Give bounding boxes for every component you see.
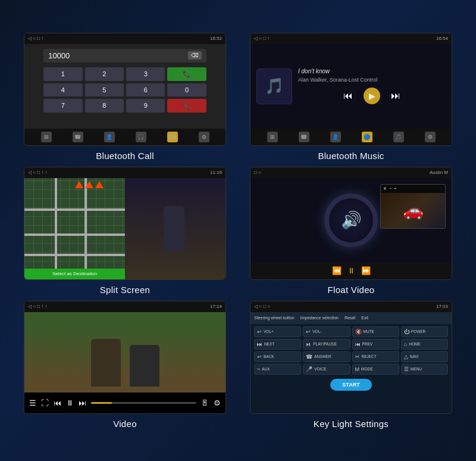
settings-icon-music[interactable]: ⚙ [425, 132, 436, 142]
prev-button-kl[interactable]: ⏮ PREV [352, 339, 399, 350]
main-grid: ◁ ○ □ ↑ 16:52 10000 ⌫ 1 2 3 📞 4 5 [0, 24, 476, 438]
artist-name: Alan Walker, Sorana-Lost Control [298, 77, 446, 83]
warning-triangle-2 [85, 181, 93, 188]
settings-icon[interactable]: ⚙ [199, 132, 209, 142]
status-right-split: 11:16 [210, 170, 222, 175]
key-0[interactable]: 0 [167, 83, 206, 96]
menu-icon: ☰ [404, 366, 409, 372]
mode-button-kl[interactable]: M MODE [352, 364, 399, 375]
exit-label[interactable]: Exit [361, 316, 368, 320]
next-button-kl[interactable]: ⏭ NEXT [254, 339, 301, 350]
key-4[interactable]: 4 [43, 83, 82, 96]
seek-back-icon[interactable]: ⏪ [332, 266, 342, 275]
aux-button-kl[interactable]: ~ AUX [254, 364, 301, 375]
play-pause-button[interactable]: ▶ [364, 88, 380, 104]
back-button-kl[interactable]: ↩ BACK [254, 351, 301, 362]
key-6[interactable]: 6 [126, 83, 165, 96]
apps-icon[interactable]: ⊞ [41, 132, 52, 142]
playpause-button-kl[interactable]: ⏯ PLAY/PAUSE [303, 339, 350, 350]
prev-button[interactable]: ⏮ [343, 91, 353, 101]
phone-icon[interactable]: ☎ [73, 132, 83, 142]
key-3[interactable]: 3 [126, 67, 165, 81]
status-left-kl: ◁ ○ □ ○ [254, 304, 270, 309]
seek-fwd-icon[interactable]: ⏩ [361, 266, 371, 275]
answer-button-kl[interactable]: ☎ ANSWER [303, 351, 350, 362]
video-progress-bar[interactable] [91, 402, 196, 404]
caption-float-video: Float Video [328, 285, 375, 295]
dialer: 10000 ⌫ 1 2 3 📞 4 5 6 0 7 8 9 [24, 44, 226, 129]
aspect-icon[interactable]: ⛶ [41, 398, 49, 407]
answer-icon: ☎ [306, 354, 312, 360]
video-half [125, 178, 226, 279]
pause-icon[interactable]: ⏸ [347, 266, 355, 275]
dialpad-icon[interactable]: ⌨ [167, 132, 178, 142]
screen-key-light: ◁ ○ □ ○ 17:03 Steering wheel button Impe… [250, 301, 452, 414]
impedance-label: Impedance selection [300, 316, 339, 320]
song-title: I don't know [298, 68, 446, 74]
min-icon-float[interactable]: − [389, 186, 392, 191]
apps-icon-music[interactable]: ⊞ [267, 132, 278, 142]
video-settings-icon[interactable]: ⚙ [214, 398, 221, 407]
power-button[interactable]: ⏻ POWER [401, 326, 448, 337]
bottom-bar-bt-call: ⊞ ☎ 👤 🎧 ⌨ ⚙ [24, 129, 226, 145]
media-icon-music[interactable]: 🎵 [393, 132, 404, 142]
status-right-bt-call: 16:52 [210, 36, 222, 41]
headset-icon[interactable]: 🎧 [136, 132, 146, 142]
video-play-icon[interactable]: ⏸ [66, 398, 74, 407]
warning-icons [75, 181, 104, 188]
key-9[interactable]: 9 [126, 99, 165, 113]
kl-row-3: ↩ BACK ☎ ANSWER ✂ REJECT △ [254, 351, 448, 362]
key-2[interactable]: 2 [85, 67, 124, 81]
steering-label: Steering wheel button [254, 316, 295, 320]
keypad: 1 2 3 📞 4 5 6 0 7 8 9 📞 [43, 67, 206, 113]
float-video-window[interactable]: ✕ − + 🚗 [380, 184, 446, 229]
video-controls: ☰ ⛶ ⏮ ⏸ ⏭ 🎚 ⚙ [24, 393, 226, 413]
user-icon-music[interactable]: 👤 [330, 132, 341, 142]
caption-video: Video [113, 419, 137, 429]
menu-button-kl[interactable]: ☰ MENU [401, 364, 448, 375]
max-icon-float[interactable]: + [394, 186, 396, 191]
status-bar-bt-music: ◁ ○ □ ↑ 16:54 [250, 33, 452, 44]
skip-fwd-icon[interactable]: ⏭ [79, 398, 86, 407]
key-8[interactable]: 8 [85, 99, 124, 113]
cell-float-video: □ ○ Austin M 🔊 ✕ − + 🚗 [244, 167, 458, 295]
status-bar-video: ◁ ○ □ ↑ ↑ 17:14 [24, 301, 226, 312]
reset-label[interactable]: Reset [345, 316, 355, 320]
vol-plus-button[interactable]: ↩ VOL+ [254, 326, 301, 337]
key-1[interactable]: 1 [43, 67, 82, 81]
next-button[interactable]: ⏭ [391, 91, 400, 101]
bluetooth-icon-music[interactable]: 🔵 [362, 132, 372, 142]
kl-row-2: ⏭ NEXT ⏯ PLAY/PAUSE ⏮ PREV ⌂ [254, 339, 448, 350]
float-controls: ⏪ ⏸ ⏩ [255, 266, 447, 275]
voice-button-kl[interactable]: 🎤 VOICE [303, 364, 350, 375]
delete-button[interactable]: ⌫ [188, 51, 202, 60]
key-light-header: Steering wheel button Impedance selectio… [250, 312, 452, 324]
navi-button-kl[interactable]: △ NAVI [401, 351, 448, 362]
playlist-icon[interactable]: ☰ [29, 398, 36, 407]
contacts-icon[interactable]: 👤 [104, 132, 115, 142]
next-icon: ⏭ [257, 341, 262, 347]
equalizer-icon[interactable]: 🎚 [201, 398, 209, 407]
skip-back-icon[interactable]: ⏮ [54, 398, 61, 407]
music-controls: ⏮ ▶ ⏭ [298, 88, 446, 104]
mute-button[interactable]: 🔇 MUTE [352, 326, 399, 337]
vol-plus-icon: ↩ [257, 329, 262, 335]
home-button-kl[interactable]: ⌂ HOME [401, 339, 448, 350]
status-left-bt-music: ◁ ○ □ ↑ [254, 36, 270, 41]
caption-bluetooth-call: Bluetooth Call [96, 151, 154, 161]
screen-split-screen: ◁ ○ □ ↑ ↑ 11:16 [24, 167, 226, 280]
key-5[interactable]: 5 [85, 83, 124, 96]
vol-minus-button[interactable]: ↩ VOL- [303, 326, 350, 337]
number-display: 10000 ⌫ [43, 49, 206, 63]
status-left-video: ◁ ○ □ ↑ ↑ [28, 304, 48, 309]
key-7[interactable]: 7 [43, 99, 82, 113]
car-scene [125, 178, 226, 279]
reject-button-kl[interactable]: ✂ REJECT [352, 351, 399, 362]
close-icon-float[interactable]: ✕ [383, 186, 387, 191]
key-endcall[interactable]: 📞 [167, 99, 206, 113]
key-call[interactable]: 📞 [167, 67, 206, 81]
vol-minus-icon: ↩ [306, 329, 311, 335]
start-button[interactable]: START [330, 379, 371, 391]
phone-icon-music[interactable]: ☎ [299, 132, 309, 142]
map-destination-bar[interactable]: Select as Destination [24, 269, 125, 279]
